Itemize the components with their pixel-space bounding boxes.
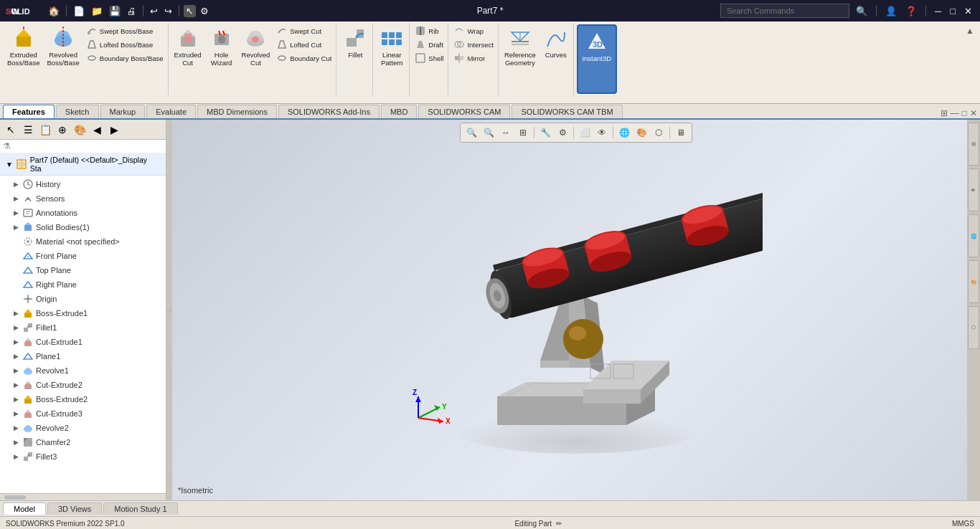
user-btn[interactable]: 👤 — [883, 5, 899, 17]
intersect-button[interactable]: Intersect — [451, 38, 496, 51]
tree-item-history[interactable]: ▶ History — [0, 177, 166, 191]
linear-pattern-button[interactable]: LinearPattern — [376, 24, 407, 94]
wrap-button[interactable]: Wrap — [451, 24, 496, 37]
tree-item-cut-extrude1[interactable]: ▶ Cut-Extrude1 — [0, 335, 166, 349]
tree-item-sensors[interactable]: ▶ Sensors — [0, 191, 166, 206]
rib-button[interactable]: Rib — [413, 24, 446, 37]
tab-options-icon[interactable]: ⊞ — [941, 108, 948, 118]
tab-addins[interactable]: SOLIDWORKS Add-Ins — [278, 105, 380, 118]
tree-config-btn[interactable]: ⊕ — [55, 122, 70, 138]
tree-pointer-btn[interactable]: ↖ — [3, 122, 19, 138]
view-orientation-btn[interactable]: ⬜ — [577, 125, 593, 140]
reference-geometry-button[interactable]: ReferenceGeometry — [501, 24, 539, 94]
bottom-tab-3d-views[interactable]: 3D Views — [47, 502, 102, 515]
bottom-tab-motion-study[interactable]: Motion Study 1 — [103, 502, 177, 515]
boundary-cut-button[interactable]: Boundary Cut — [274, 52, 334, 65]
tab-markup[interactable]: Markup — [100, 105, 146, 118]
vp-right-btn-5[interactable]: ⬡ — [968, 306, 979, 349]
screen-capture-btn[interactable]: 🖥 — [673, 125, 689, 140]
measure-btn[interactable]: 🔧 — [537, 125, 553, 140]
tab-features[interactable]: Features — [3, 105, 55, 118]
tree-item-cut-extrude2[interactable]: ▶ Cut-Extrude2 — [0, 378, 166, 392]
ribbon-collapse-button[interactable]: ▲ — [966, 26, 974, 36]
viewport[interactable]: 🔍 🔍 ↔ ⊞ 🔧 ⚙ ⬜ 👁 🌐 🎨 ⬡ 🖥 — [172, 120, 980, 500]
tree-item-solid-bodies[interactable]: ▶ Solid Bodies(1) — [0, 220, 166, 234]
tree-item-boss-extrude1[interactable]: ▶ Boss-Extrude1 — [0, 306, 166, 320]
tab-sw-cam[interactable]: SOLIDWORKS CAM — [418, 105, 510, 118]
maximize-btn[interactable]: □ — [948, 5, 958, 17]
mirror-button[interactable]: Mirror — [451, 52, 496, 65]
tab-maximize-icon[interactable]: □ — [962, 108, 967, 118]
extruded-cut-button[interactable]: ExtrudedCut — [171, 24, 204, 94]
zoom-btn[interactable]: 🔍 — [481, 125, 496, 140]
help-btn[interactable]: ❓ — [903, 5, 919, 17]
revolved-boss-button[interactable]: RevolvedBoss/Base — [44, 24, 82, 94]
tree-item-top-plane[interactable]: ▶ Top Plane — [0, 263, 166, 277]
vp-right-btn-4[interactable]: 🎨 — [968, 260, 979, 303]
instant3d-button[interactable]: 3D Instant3D — [577, 24, 617, 94]
tree-horizontal-scrollbar[interactable] — [0, 493, 166, 500]
tree-item-revolve1[interactable]: ▶ Revolve1 — [0, 363, 166, 378]
tree-item-cut-extrude3[interactable]: ▶ Cut-Extrude3 — [0, 406, 166, 421]
select-btn[interactable]: ↖ — [184, 5, 196, 17]
tree-item-fillet3[interactable]: ▶ Fillet3 — [0, 449, 166, 464]
tab-mbd[interactable]: MBD — [381, 105, 417, 118]
panel-resize-handle[interactable]: ⋮ — [166, 120, 172, 500]
tree-item-origin[interactable]: ▶ Origin — [0, 292, 166, 306]
tree-item-plane1[interactable]: ▶ Plane1 — [0, 349, 166, 363]
swept-cut-button[interactable]: Swept Cut — [274, 24, 334, 37]
display-style-btn[interactable]: 🌐 — [616, 125, 632, 140]
lofted-boss-button[interactable]: Lofted Boss/Base — [84, 38, 166, 51]
print-btn[interactable]: 🖨 — [125, 5, 138, 17]
tree-item-chamfer2[interactable]: ▶ Chamfer2 — [0, 435, 166, 449]
tree-item-material[interactable]: ▶ Material <not specified> — [0, 234, 166, 249]
new-btn[interactable]: 🏠 — [46, 5, 62, 17]
pan-btn[interactable]: ↔ — [498, 125, 514, 140]
close-btn[interactable]: ✕ — [962, 5, 974, 17]
tree-item-boss-extrude2[interactable]: ▶ Boss-Extrude2 — [0, 392, 166, 406]
lofted-cut-button[interactable]: Lofted Cut — [274, 38, 334, 51]
boundary-boss-button[interactable]: Boundary Boss/Base — [84, 52, 166, 65]
tab-close-icon[interactable]: ✕ — [970, 108, 977, 118]
curves-button[interactable]: Curves — [540, 24, 572, 94]
tab-sketch[interactable]: Sketch — [56, 105, 99, 118]
save-btn[interactable]: 💾 — [107, 5, 123, 17]
tab-mbd-dimensions[interactable]: MBD Dimensions — [197, 105, 277, 118]
draft-button[interactable]: Draft — [413, 38, 446, 51]
tree-color-btn[interactable]: 🎨 — [72, 122, 88, 138]
zoom-fit-btn[interactable]: 🔍 — [463, 125, 479, 140]
tree-list-btn[interactable]: ☰ — [20, 122, 36, 138]
vp-right-btn-3[interactable]: 🌐 — [968, 214, 979, 257]
section-view-btn[interactable]: ⚙ — [555, 125, 570, 140]
vp-right-btn-2[interactable]: 👁 — [968, 168, 979, 211]
extruded-boss-button[interactable]: ExtrudedBoss/Base — [4, 24, 42, 94]
options-btn[interactable]: ⚙ — [198, 5, 211, 17]
tree-item-revolve2[interactable]: ▶ Revolve2 — [0, 421, 166, 435]
revolved-cut-button[interactable]: RevolvedCut — [239, 24, 273, 94]
tree-properties-btn[interactable]: 📋 — [37, 122, 53, 138]
hole-wizard-button[interactable]: HoleWizard — [206, 24, 237, 94]
shell-button[interactable]: Shell — [413, 52, 446, 65]
search-input[interactable] — [720, 4, 849, 18]
tree-prev-btn[interactable]: ◀ — [89, 122, 105, 138]
tab-sw-cam-tbm[interactable]: SOLIDWORKS CAM TBM — [512, 105, 622, 118]
lights-btn[interactable]: ⬡ — [651, 125, 666, 140]
new-file-btn[interactable]: 📄 — [71, 5, 87, 17]
swept-boss-button[interactable]: Swept Boss/Base — [84, 24, 166, 37]
tree-top-item[interactable]: ▼ Part7 (Default) <<Default>_Display Sta — [0, 153, 166, 176]
open-btn[interactable]: 📁 — [89, 5, 105, 17]
minimize-btn[interactable]: ─ — [933, 5, 943, 17]
view-3d-btn[interactable]: 👁 — [594, 125, 610, 140]
fillet-button[interactable]: Fillet — [339, 24, 371, 94]
tree-item-fillet1[interactable]: ▶ Fillet1 — [0, 320, 166, 335]
bottom-tab-model[interactable]: Model — [3, 502, 46, 515]
tab-minimize-icon[interactable]: — — [951, 108, 959, 118]
rotate-btn[interactable]: ⊞ — [515, 125, 531, 140]
tree-item-right-plane[interactable]: ▶ Right Plane — [0, 277, 166, 292]
color-btn[interactable]: 🎨 — [633, 125, 649, 140]
tab-evaluate[interactable]: Evaluate — [146, 105, 196, 118]
vp-right-btn-1[interactable]: ⊞ — [968, 123, 979, 166]
undo-btn[interactable]: ↩ — [148, 5, 160, 17]
redo-btn[interactable]: ↪ — [162, 5, 174, 17]
tree-item-annotations[interactable]: ▶ Annotations — [0, 206, 166, 220]
